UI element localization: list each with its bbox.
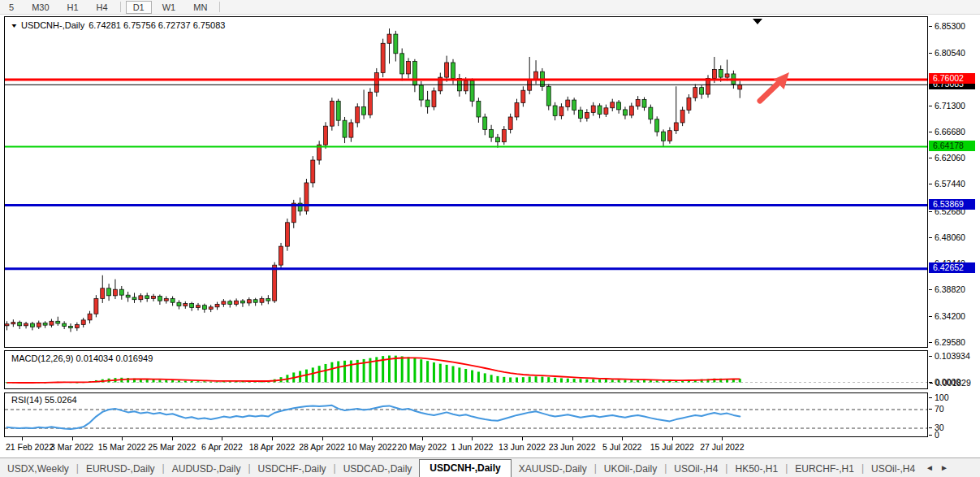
candle-body — [75, 324, 79, 327]
macd-histogram-bar — [598, 379, 601, 382]
macd-histogram-bar — [611, 379, 614, 382]
timeframe-button-h1[interactable]: H1 — [60, 1, 86, 14]
candle-body — [279, 246, 283, 265]
candle-body — [304, 183, 309, 211]
candle-body — [604, 108, 608, 115]
candle-body — [470, 80, 474, 101]
chart-tab-usdcnh-daily[interactable]: USDCNH-,Daily — [419, 459, 511, 477]
chart-tab-usoil-h4[interactable]: USOil-,H4 — [667, 461, 725, 477]
candle-body — [139, 296, 143, 300]
chart-tab-usdx-weekly[interactable]: USDX,Weekly — [0, 461, 76, 477]
candle-body — [209, 307, 213, 310]
macd-histogram-bar — [585, 379, 588, 383]
candle-body — [183, 304, 188, 306]
chart-tab-xauusd-daily[interactable]: XAUUSD-,Daily — [512, 461, 594, 477]
macd-histogram-bar — [413, 358, 416, 383]
tab-scroll-left-icon[interactable]: ◄ — [926, 463, 934, 472]
price-chart-canvas[interactable] — [5, 17, 927, 347]
macd-scale-min: 0.001829 — [930, 378, 971, 388]
time-tick — [172, 437, 173, 440]
macd-histogram-bar — [656, 380, 658, 382]
candle-body — [164, 298, 168, 301]
macd-histogram-bar — [567, 379, 569, 383]
tab-scroll-right-icon[interactable]: ► — [940, 463, 948, 472]
chart-tab-usoil-h4[interactable]: USOil-,H4 — [864, 461, 922, 477]
candle-body — [43, 323, 47, 325]
macd-histogram-bar — [573, 379, 576, 382]
macd-histogram-bar — [343, 361, 346, 383]
timeframe-button-5[interactable]: 5 — [2, 1, 21, 14]
macd-scale[interactable]: 0.1039340.00000.001829 — [929, 350, 980, 389]
time-tick — [522, 437, 523, 440]
price-scale[interactable]: 6.853006.805406.713006.666806.620606.574… — [929, 16, 980, 348]
macd-histogram-bar — [484, 373, 486, 382]
time-tick — [222, 437, 222, 440]
macd-indicator-pane[interactable]: MACD(12,26,9) 0.014034 0.016949 — [4, 350, 928, 389]
chart-tab-ukoil-daily[interactable]: UKOil-,Daily — [597, 461, 664, 477]
macd-histogram-bar — [580, 379, 582, 382]
time-tick — [72, 437, 73, 440]
candle-body — [642, 99, 646, 107]
macd-histogram-bar — [337, 361, 339, 382]
chart-tab-audusd-daily[interactable]: AUDUSD-,Daily — [165, 461, 248, 477]
candle-body — [222, 301, 226, 304]
time-label: 1 Jun 2022 — [451, 442, 493, 452]
time-tick — [622, 437, 623, 440]
macd-histogram-bar — [490, 375, 493, 382]
candle-body — [107, 288, 111, 296]
candle-body — [451, 63, 455, 79]
rsi-canvas[interactable] — [5, 393, 927, 436]
candle-body — [235, 301, 239, 304]
candle-body — [145, 296, 149, 298]
candle-body — [88, 314, 92, 320]
chart-tab-eurchf-h1[interactable]: EURCHF-,H1 — [788, 461, 861, 477]
macd-histogram-bar — [165, 380, 167, 383]
chart-tab-hk50-h1[interactable]: HK50-,H1 — [727, 461, 785, 477]
macd-histogram-bar — [458, 367, 460, 382]
toolbar-separator — [219, 2, 220, 12]
timeframe-button-m30[interactable]: M30 — [24, 1, 56, 14]
macd-histogram-bar — [509, 377, 512, 382]
candle-body — [285, 223, 289, 246]
trend-arrow-drawing[interactable] — [760, 72, 789, 101]
chart-tab-eurusd-daily[interactable]: EURUSD-,Daily — [79, 461, 162, 477]
price-tick-label: 6.34200 — [929, 311, 965, 322]
candle-body — [132, 297, 136, 300]
time-label: 15 Mar 2022 — [98, 442, 146, 452]
rsi-indicator-pane[interactable]: RSI(14) 55.0264 — [4, 392, 928, 437]
macd-histogram-bar — [592, 379, 594, 383]
time-tick — [122, 437, 123, 440]
candle-body — [591, 106, 595, 112]
candle-body — [56, 321, 60, 323]
candle-body — [700, 88, 704, 94]
candle-body — [158, 297, 162, 301]
time-axis[interactable]: 21 Feb 20223 Mar 202215 Mar 202225 Mar 2… — [4, 437, 928, 457]
candle-body — [412, 62, 417, 85]
timeframe-button-w1[interactable]: W1 — [155, 1, 183, 14]
chart-shift-icon[interactable] — [753, 19, 762, 24]
price-chart-pane[interactable]: ▼ USDCNH-,Daily 6.74281 6.75756 6.72737 … — [4, 16, 928, 348]
symbol-dropdown-icon[interactable]: ▼ — [11, 23, 19, 28]
chart-tab-usdcad-daily[interactable]: USDCAD-,Daily — [336, 461, 420, 477]
timeframe-button-d1[interactable]: D1 — [126, 1, 152, 14]
candle-body — [362, 106, 366, 115]
time-tick — [472, 437, 473, 440]
mt4-window: 5M30H1H4D1W1MN ▼ USDCNH-,Daily 6.74281 6… — [0, 0, 980, 477]
candle-body — [11, 323, 15, 324]
rsi-scale[interactable]: 10070300 — [929, 392, 980, 437]
candle-body — [502, 129, 506, 141]
candle-body — [425, 100, 430, 106]
candle-body — [566, 100, 570, 106]
candle-body — [387, 34, 391, 43]
chart-tab-usdchf-daily[interactable]: USDCHF-,Daily — [251, 461, 334, 477]
candle-body — [368, 92, 372, 115]
time-tick — [722, 437, 723, 440]
macd-histogram-bar — [668, 381, 671, 383]
timeframe-button-h4[interactable]: H4 — [89, 1, 115, 14]
candle-body — [394, 34, 398, 54]
candle-body — [50, 321, 54, 325]
candle-body — [202, 306, 206, 310]
timeframe-button-mn[interactable]: MN — [186, 1, 214, 14]
rsi-scale-label: 0 — [929, 430, 939, 440]
time-label: 5 Jul 2022 — [602, 442, 641, 452]
